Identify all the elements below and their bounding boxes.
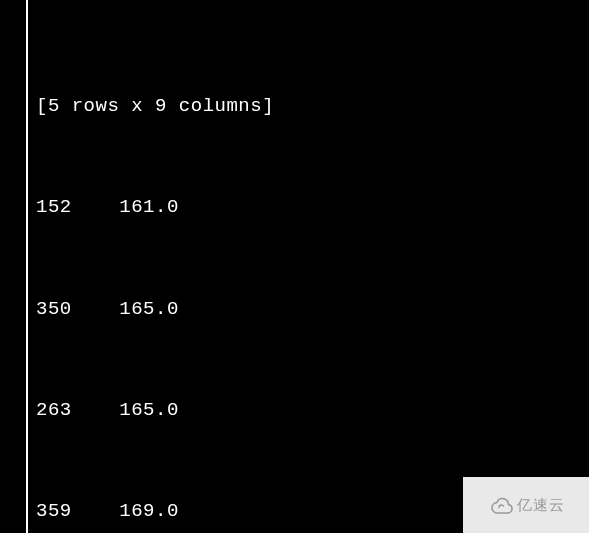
terminal-border <box>26 0 28 533</box>
watermark-text: 亿速云 <box>517 496 565 515</box>
watermark: 亿速云 <box>463 477 589 533</box>
cloud-icon <box>488 496 514 514</box>
terminal-window[interactable]: [5 rows x 9 columns] 152 161.0 350 165.0… <box>0 0 589 533</box>
terminal-output: [5 rows x 9 columns] 152 161.0 350 165.0… <box>0 0 589 533</box>
data-row: 350 165.0 <box>36 293 589 327</box>
data-row: 152 161.0 <box>36 191 589 225</box>
data-row: 263 165.0 <box>36 394 589 428</box>
dataframe-shape-line: [5 rows x 9 columns] <box>36 90 589 124</box>
